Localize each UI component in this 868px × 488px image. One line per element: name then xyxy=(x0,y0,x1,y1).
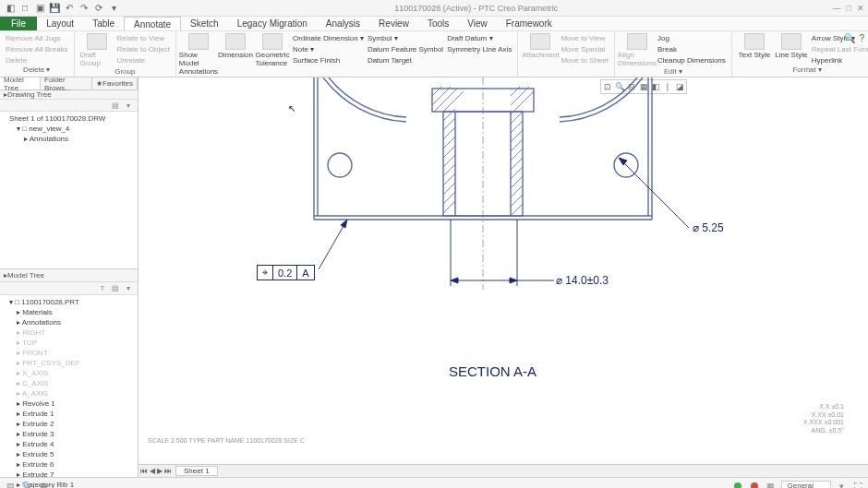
tree-item[interactable]: ▸ Annotations xyxy=(2,317,136,327)
tree-item[interactable]: ▸ Extrude 2 xyxy=(2,419,136,429)
tab-framework[interactable]: Framework xyxy=(497,17,561,30)
delete-button[interactable]: Delete xyxy=(6,55,68,65)
tab-file[interactable]: File xyxy=(0,17,37,30)
new-icon[interactable]: □ xyxy=(18,2,31,15)
draft-group-button[interactable]: Draft Group xyxy=(80,33,114,67)
open-icon[interactable]: ▣ xyxy=(33,2,46,15)
tree-item[interactable]: ▸ Materials xyxy=(2,307,136,317)
tab-view[interactable]: View xyxy=(458,17,497,30)
attachment-button[interactable]: Attachment xyxy=(524,33,557,75)
drawing-canvas[interactable]: ⊡ 🔍 ⊟ ▦ ◧ | ◪ xyxy=(139,77,868,464)
tree-item[interactable]: ▸ TOP xyxy=(2,338,136,348)
sheet-last-icon[interactable]: ⏭ xyxy=(164,467,172,475)
filter-dropdown-icon[interactable]: ▾ xyxy=(835,480,848,489)
redo-icon[interactable]: ↷ xyxy=(78,2,90,15)
repeat-format-button[interactable]: Repeat Last Format xyxy=(812,44,868,54)
tab-legacy-migration[interactable]: Legacy Migration xyxy=(228,17,317,30)
tree-filter-icon[interactable]: T xyxy=(97,283,108,294)
tab-review[interactable]: Review xyxy=(369,17,418,30)
jog-button[interactable]: Jog xyxy=(657,33,726,43)
status-red-icon[interactable] xyxy=(748,480,761,489)
move-special-button[interactable]: Move Special xyxy=(561,44,609,54)
sidebar-tab-favorites[interactable]: ★ Favorites xyxy=(92,77,138,89)
sheet-tab-1[interactable]: Sheet 1 xyxy=(175,466,218,476)
tree-settings-icon-2[interactable]: ▾ xyxy=(123,283,134,294)
sheet-next-icon[interactable]: ▶ xyxy=(157,467,163,475)
tree-item[interactable]: ▸ X_AXIS xyxy=(2,368,136,378)
draft-datum-button[interactable]: Draft Datum ▾ xyxy=(447,33,512,43)
note-button[interactable]: Note ▾ xyxy=(293,44,364,54)
tab-analysis[interactable]: Analysis xyxy=(317,17,369,30)
close-button[interactable]: ✕ xyxy=(857,4,864,13)
app-menu-icon[interactable]: ◧ xyxy=(4,2,17,15)
tree-item[interactable]: ▸ A_AXIS xyxy=(2,388,136,399)
cleanup-dim-button[interactable]: Cleanup Dimensions xyxy=(657,55,726,65)
regen-icon[interactable]: ⟳ xyxy=(92,2,105,15)
symmetry-line-button[interactable]: Symmetry Line Axis xyxy=(447,44,512,54)
maximize-button[interactable]: □ xyxy=(847,4,851,13)
undo-icon[interactable]: ↶ xyxy=(63,2,76,15)
tree-annotations[interactable]: ▸ Annotations xyxy=(2,134,136,144)
move-to-sheet-button[interactable]: Move to Sheet xyxy=(561,55,609,65)
find-icon[interactable]: 🔍 xyxy=(20,480,33,489)
show-annotations-button[interactable]: Show Model Annotations xyxy=(182,33,215,76)
tree-item[interactable]: ▸ Extrude 6 xyxy=(2,459,136,470)
relate-view-button[interactable]: Relate to View xyxy=(117,33,170,43)
tree-item[interactable]: ▸ FRONT xyxy=(2,348,136,358)
geo-tol-button[interactable]: Geometric Tolerance xyxy=(256,33,289,76)
hyperlink-button[interactable]: Hyperlink xyxy=(812,55,868,65)
selection-filter[interactable]: General xyxy=(781,481,831,488)
section-label[interactable]: SECTION A-A xyxy=(449,363,536,379)
sidebar-tab-folder[interactable]: Folder Brows... xyxy=(41,77,92,89)
geo-tol-frame[interactable]: ⌖ 0.2 A xyxy=(257,265,315,280)
sheet-prev-icon[interactable]: ◀ xyxy=(150,467,155,475)
minimize-button[interactable]: — xyxy=(833,4,841,13)
tree-item[interactable]: ▸ PRT_CSYS_DEF xyxy=(2,358,136,368)
tree-item[interactable]: ▸ Extrude 5 xyxy=(2,449,136,459)
tree-show-icon-2[interactable]: ▤ xyxy=(110,283,121,294)
save-icon[interactable]: 💾 xyxy=(48,2,61,15)
symbol-button[interactable]: Symbol ▾ xyxy=(368,33,443,43)
ordinate-dim-button[interactable]: Ordinate Dimension ▾ xyxy=(293,33,364,43)
status-green-icon[interactable] xyxy=(731,480,744,489)
dimension-button[interactable]: Dimension xyxy=(219,33,252,76)
full-screen-icon[interactable]: ⛶ xyxy=(851,480,864,489)
remove-jogs-button[interactable]: Remove All Jogs xyxy=(6,33,68,43)
status-grid-icon[interactable]: ▦ xyxy=(765,480,778,489)
dim-diameter-14[interactable]: ⌀ 14.0±0.3 xyxy=(556,274,609,287)
datum-feature-button[interactable]: Datum Feature Symbol xyxy=(368,44,443,54)
relate-object-button[interactable]: Relate to Object xyxy=(117,44,170,54)
qat-dropdown-icon[interactable]: ▾ xyxy=(107,2,120,15)
search-help-icon[interactable]: 🔍 xyxy=(844,33,855,43)
tree-item[interactable]: ▸ RIGHT xyxy=(2,327,136,338)
msg-icon[interactable]: ▤ xyxy=(4,480,17,489)
sidebar-tab-model-tree[interactable]: Model Tree xyxy=(0,77,41,89)
tree-item[interactable]: ▸ Extrude 1 xyxy=(2,409,136,419)
tree-item[interactable]: ▸ Extrude 3 xyxy=(2,429,136,439)
tab-table[interactable]: Table xyxy=(83,17,124,30)
surface-finish-button[interactable]: Surface Finish xyxy=(293,55,364,65)
tree-view[interactable]: ▾ □ new_view_4 xyxy=(2,124,136,134)
datum-target-button[interactable]: Datum Target xyxy=(368,55,443,65)
tree-sheet[interactable]: Sheet 1 of 1100170028.DRW xyxy=(2,113,136,124)
tab-annotate[interactable]: Annotate xyxy=(124,17,181,30)
move-to-view-button[interactable]: Move to View xyxy=(561,33,609,43)
remove-breaks-button[interactable]: Remove All Breaks xyxy=(6,44,68,54)
tree-item[interactable]: ▸ Extrude 4 xyxy=(2,439,136,449)
tree-show-icon[interactable]: ▤ xyxy=(110,100,121,111)
tree-item[interactable]: ▸ C_AXIS xyxy=(2,378,136,388)
line-style-button[interactable]: Line Style xyxy=(775,33,808,65)
tab-layout[interactable]: Layout xyxy=(37,17,83,30)
dim-diameter-5[interactable]: ⌀ 5.25 xyxy=(693,221,724,234)
sheet-first-icon[interactable]: ⏮ xyxy=(140,467,148,475)
tree-settings-icon[interactable]: ▾ xyxy=(123,100,134,111)
drawing-tree[interactable]: Sheet 1 of 1100170028.DRW ▾ □ new_view_4… xyxy=(0,112,138,268)
model-tree[interactable]: ▾ □ 1100170028.PRT ▸ Materials▸ Annotati… xyxy=(0,295,138,488)
help-icon[interactable]: ? xyxy=(859,33,864,43)
unrelate-button[interactable]: Unrelate xyxy=(117,55,170,65)
tree-item[interactable]: ▸ Extrude 7 xyxy=(2,470,136,480)
tab-tools[interactable]: Tools xyxy=(418,17,458,30)
tree-root[interactable]: ▾ □ 1100170028.PRT xyxy=(2,297,136,307)
select-tool-icon[interactable]: ▦ xyxy=(37,480,50,489)
tab-sketch[interactable]: Sketch xyxy=(181,17,228,30)
